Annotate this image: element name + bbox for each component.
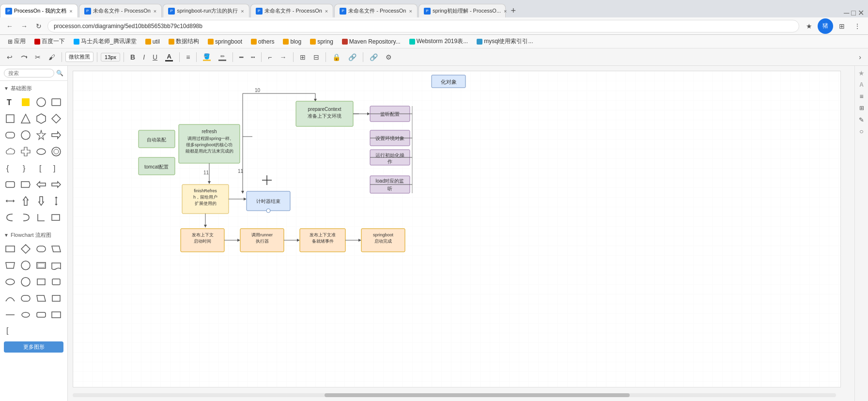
right-arrow2-shape[interactable] [50,178,62,191]
new-tab-button[interactable]: + [507,4,520,17]
waypoint-button[interactable]: ⌐ [265,52,275,62]
more-shapes-button[interactable]: 更多图形 [4,341,63,353]
up-down-arrow-shape[interactable] [50,195,62,207]
left-arrow-shape[interactable] [35,178,47,191]
font-size-input[interactable]: 13px [101,53,120,62]
cloud-shape[interactable] [4,145,16,158]
fc-cylinder-shape[interactable] [50,276,62,288]
up-arrow-shape[interactable] [19,195,32,207]
fc-shape-c[interactable] [35,292,47,305]
triangle-shape[interactable] [19,112,32,125]
fc-trapezoid-shape[interactable] [4,259,16,272]
fc-shape-e[interactable] [35,308,47,321]
double-arrow-shape[interactable] [4,195,16,207]
fc-ellipse-shape[interactable] [4,276,16,288]
down-arrow-shape[interactable] [35,195,47,207]
right-panel-btn-4[interactable]: ⊞ [856,103,867,113]
hexagon-shape[interactable] [35,112,47,125]
undo-button[interactable]: ↩ [4,52,16,62]
bookmark-springboot[interactable]: springboot [204,37,246,46]
redo-button[interactable] [17,53,30,62]
horizontal-scrollbar[interactable] [73,393,836,397]
line-color-button[interactable]: ✏ [216,52,229,62]
l-shape[interactable] [35,211,47,224]
action-button[interactable]: ⚙ [383,52,395,62]
bookmark-spring[interactable]: spring [306,37,337,46]
diamond-small-shape[interactable] [19,96,32,108]
close-button[interactable]: ✕ [858,8,864,17]
circle3-shape[interactable] [50,145,62,158]
fc-shape-f[interactable] [50,308,62,321]
right-panel-btn-2[interactable]: A [856,79,867,90]
fc-double-line-shape[interactable] [35,259,47,272]
tab-4[interactable]: P 未命名文件 - ProcessOn × [250,4,334,17]
bookmark-blog[interactable]: blog [279,37,305,46]
tab-6[interactable]: P spring初始理解 - ProcessO... × [418,4,506,17]
ungroup-button[interactable]: ⊟ [310,52,322,62]
circle-shape[interactable] [35,96,47,108]
tab-close-2[interactable]: × [154,8,156,14]
collapse-toolbar-button[interactable]: › [856,52,864,62]
bookmark-baidu[interactable]: 百度一下 [31,36,69,46]
rect-shape[interactable] [50,96,62,108]
forward-button[interactable]: → [18,20,30,32]
basic-shapes-header[interactable]: ▼ 基础图形 [0,83,67,94]
text-shape[interactable]: T [4,96,16,108]
diamond-shape[interactable] [50,112,62,125]
search-input[interactable] [4,69,54,77]
bold-button[interactable]: B [127,52,138,62]
extensions-button[interactable]: ⊞ [835,19,849,33]
eraser-button[interactable]: ✂ [32,52,44,62]
fc-rect-shape[interactable] [4,243,16,255]
h-scrollbar-thumb[interactable] [325,393,630,397]
fc-shape-b[interactable] [19,292,32,305]
fc-circle3-shape[interactable] [19,276,32,288]
menu-button[interactable]: ⋮ [851,19,864,33]
star-shape[interactable] [35,129,47,141]
bookmark-util[interactable]: util [141,37,164,46]
right-panel-btn-5[interactable]: ✎ [856,114,867,125]
tab-close-1[interactable]: × [69,8,72,14]
tab-close-5[interactable]: × [409,8,412,14]
fc-line-shape[interactable] [4,308,16,321]
bookmark-data-structure[interactable]: 数据结构 [165,36,203,46]
right-panel-btn-3[interactable]: ≡ [856,91,867,102]
tab-close-3[interactable]: × [241,8,244,14]
underline-button[interactable]: U [150,52,160,62]
line-type-button[interactable]: → [277,52,290,62]
flowchart-header[interactable]: ▼ Flowchart 流程图 [0,230,67,241]
tab-3[interactable]: P springboot-run方法的执行 × [163,4,249,17]
maximize-button[interactable]: □ [851,9,856,17]
font-select[interactable]: 微软雅黑 [65,52,93,62]
fc-tape-shape[interactable] [50,259,62,272]
cross-shape[interactable] [19,145,32,158]
fill-color-button[interactable]: 🪣 [200,52,214,62]
fc-circle2-shape[interactable] [19,259,32,272]
fc-oval2-shape[interactable] [19,308,32,321]
circle2-shape[interactable] [19,129,32,141]
user-avatar[interactable]: 猪 [818,18,833,34]
right-panel-btn-1[interactable]: ★ [856,68,867,78]
line-style-button[interactable]: ━ [236,52,246,62]
group-button[interactable]: ⊞ [297,52,309,62]
pipe2-shape[interactable]: ] [50,162,62,174]
url-input[interactable] [47,20,799,32]
bookmark-others[interactable]: others [247,37,278,46]
fc-rounded-shape[interactable] [35,243,47,255]
unlock-button[interactable]: 🔗 [345,52,359,62]
fc-diamond-shape[interactable] [19,243,32,255]
arc-right-shape[interactable] [19,211,32,224]
bracket-left-shape[interactable]: } [19,162,32,174]
bookmark-webstorm[interactable]: Webstorm 2019表... [405,36,472,46]
oval-shape[interactable] [35,145,47,158]
arrow-shape[interactable] [50,129,62,141]
bookmark-icon[interactable]: ★ [802,19,816,33]
right-panel-btn-6[interactable]: ○ [856,126,867,137]
italic-button[interactable]: I [140,52,148,62]
bookmark-apps[interactable]: ⊞应用 [4,36,30,46]
reload-button[interactable]: ↻ [33,20,45,32]
canvas-area[interactable]: 化对象 10 prepareContext 准备上下文环境 监听配置 设置环 [68,66,854,401]
rounded-rect-shape[interactable] [4,129,16,141]
rect-3d-shape[interactable] [50,211,62,224]
fc-bracket-shape[interactable]: [ [4,324,16,337]
